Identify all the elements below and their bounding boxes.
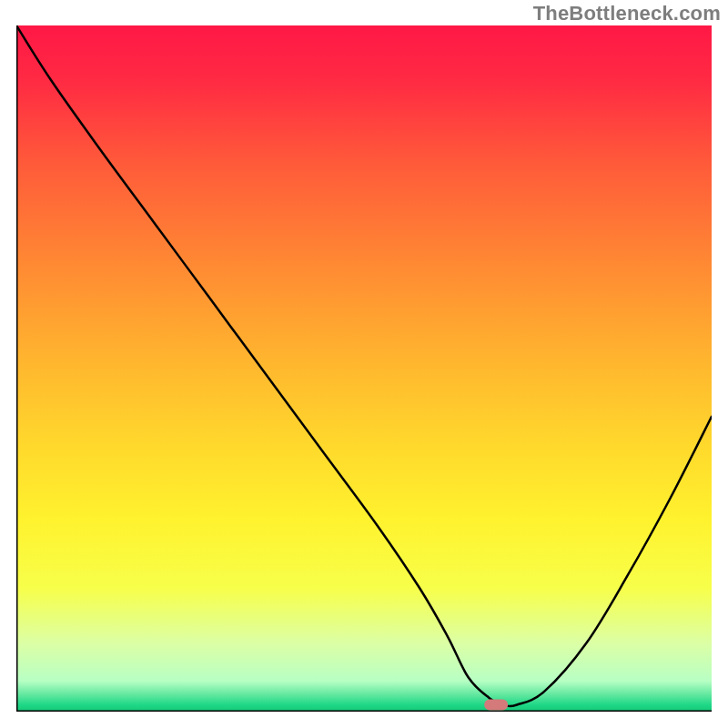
- optimal-marker: [484, 699, 508, 710]
- chart-container: TheBottleneck.com: [0, 0, 728, 728]
- watermark-text: TheBottleneck.com: [533, 2, 721, 25]
- plot-area: [16, 25, 712, 712]
- bottleneck-chart: [16, 25, 712, 712]
